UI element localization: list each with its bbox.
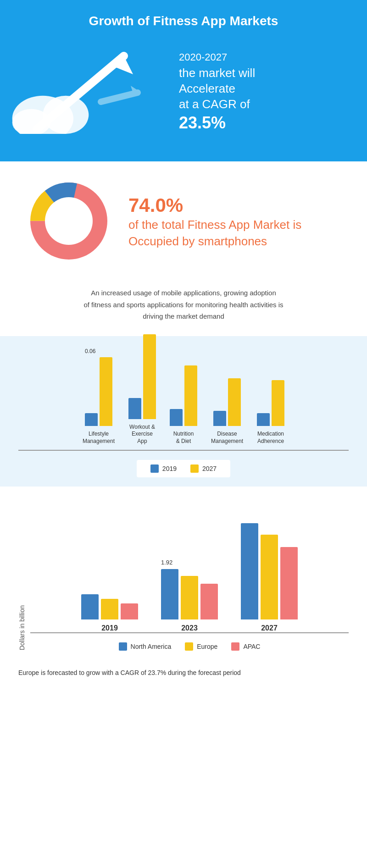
chart1-bars: 0.06 LifestyleManagement Workout &Exerci… [18,350,349,451]
bar-chart-1-section: 0.06 LifestyleManagement Workout &Exerci… [0,336,367,487]
chart2-y-axis-label: Dollars in billion [18,605,26,650]
bar-2027-nutrition [184,365,197,426]
bar-pair-nutrition [170,365,197,426]
bar-2019-workout [128,398,141,419]
chart2-label-2023: 2023 [181,624,198,632]
bar-group-disease: DiseaseManagement [211,378,243,445]
chart2-group-2027: 2027 [241,523,298,632]
svg-point-14 [45,197,93,245]
chart2-bar-apac-2027 [280,547,298,619]
legend-label-2019: 2019 [162,465,177,472]
arrow-illustration [18,42,156,143]
svg-point-9 [63,104,66,107]
bar-pair-disease [213,378,241,426]
svg-point-10 [71,99,74,101]
bar-pair-lifestyle: 0.06 [85,357,112,426]
legend-item-eu: Europe [185,642,217,651]
bar-2027-lifestyle [100,357,112,426]
footnote-section: Europe is forecasted to grow with a CAGR… [0,660,367,686]
hero-description: the market will Accelerate at a CAGR of … [179,66,349,133]
bar-chart-2-section: Dollars in billion 2019 1.92 [0,487,367,660]
bar-group-lifestyle: 0.06 LifestyleManagement [83,357,115,445]
chart1-legend: 2019 2027 [137,460,230,477]
bar-label-disease: DiseaseManagement [211,431,243,445]
chart2-bar-eu-2027 [261,535,278,619]
bar-group-medication: MedicationAdherence [257,380,284,445]
legend-item-apac: APAC [231,642,260,651]
svg-marker-4 [110,56,133,74]
chart2-legend: North America Europe APAC [30,642,349,651]
donut-section: 74.0% of the total Fitness App Market is… [0,161,367,282]
bar-label-medication: MedicationAdherence [257,431,284,445]
chart2-bar-na-2019 [81,594,99,619]
chart2-bar-apac-2023 [200,584,218,619]
chart2-bar-eu-2023 [181,576,198,619]
bar-2019-lifestyle [85,413,98,426]
chart2-label-2027: 2027 [261,624,278,632]
legend-item-2019: 2019 [150,464,177,473]
bar-pair-workout [128,334,156,419]
legend-item-2027: 2027 [190,464,217,473]
bar-2019-medication [257,413,270,426]
chart2-group-2023: 1.92 2023 [161,569,218,632]
chart2-label-2019: 2019 [101,624,118,632]
donut-chart [28,180,110,264]
hero-years: 2020-2027 [179,51,349,63]
legend-dot-apac [231,642,239,651]
market-description: An increased usage of mobile application… [37,287,330,322]
chart2-pair-2023: 1.92 [161,569,218,619]
bar-2019-disease [213,411,226,426]
chart2-bar-na-2027 [241,523,258,619]
legend-label-na: North America [131,643,172,650]
svg-point-7 [44,117,48,122]
legend-dot-eu [185,642,193,651]
chart2-bars: 2019 1.92 2023 [30,505,349,633]
hero-section: Growth of Fitness App Markets [0,0,367,161]
chart2-group-2019: 2019 [81,594,138,632]
bar-2027-workout [143,334,156,419]
legend-item-na: North America [119,642,172,651]
chart2-pair-2027 [241,523,298,619]
svg-point-8 [53,110,57,114]
chart2-bar-na-2023 [161,569,178,619]
hero-title: Growth of Fitness App Markets [18,14,349,28]
donut-svg [28,180,110,262]
chart2-pair-2019 [81,594,138,619]
donut-percentage: 74.0% [128,194,339,216]
hero-text-block: 2020-2027 the market will Accelerate at … [165,51,349,133]
bar-2027-medication [272,380,284,426]
legend-dot-2027 [190,464,199,473]
hero-illustration [18,42,165,143]
bar-label-nutrition: Nutrition& Diet [173,431,194,445]
chart2-inner: 2019 1.92 2023 [30,505,349,651]
paragraph-section: An increased usage of mobile application… [0,282,367,336]
chart2-wrapper: Dollars in billion 2019 1.92 [18,505,349,651]
donut-text: 74.0% of the total Fitness App Market is… [128,194,339,250]
legend-label-eu: Europe [197,643,217,650]
chart2-bar-eu-2019 [101,599,118,619]
chart2-bar-apac-2019 [121,603,138,619]
chart1-container: 0.06 LifestyleManagement Workout &Exerci… [18,350,349,477]
chart2-val-2023: 1.92 [161,559,172,566]
svg-line-3 [37,56,124,129]
bar-2019-nutrition [170,409,183,426]
legend-dot-2019 [150,464,159,473]
hero-cagr: 23.5% [179,113,226,132]
legend-label-apac: APAC [243,643,260,650]
bar-2027-disease [228,378,241,426]
legend-label-2027: 2027 [202,465,217,472]
bar-pair-medication [257,380,284,426]
bar-label-workout: Workout &ExerciseApp [129,424,155,445]
legend-dot-na [119,642,127,651]
bar-val-lifestyle: 0.06 [85,348,95,354]
bar-group-workout: Workout &ExerciseApp [128,334,156,445]
footnote-text: Europe is forecasted to grow with a CAGR… [18,669,241,676]
bar-label-lifestyle: LifestyleManagement [83,431,115,445]
bar-group-nutrition: Nutrition& Diet [170,365,197,445]
svg-line-5 [101,93,138,102]
donut-description: of the total Fitness App Market is Occup… [128,216,339,250]
